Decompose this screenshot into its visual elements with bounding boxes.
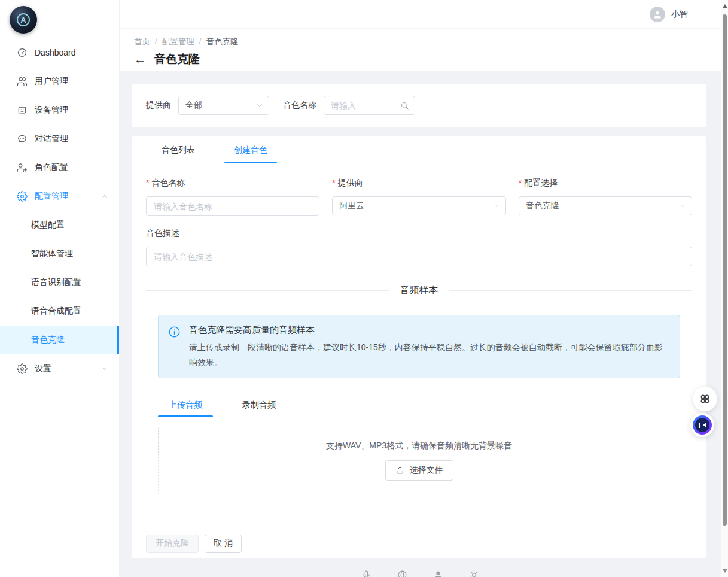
config-select-value: 音色克隆 [526,201,559,211]
voice-clone-card: 音色列表 创建音色 * 音色名称 * 提供商 阿里云 [132,136,706,558]
content-area: 提供商 全部 音色名称 音色列表 创建音色 * 音色名称 [120,71,721,577]
topbar: 小智 [120,0,721,29]
logo-letter: A [17,13,30,26]
person-icon [433,570,443,577]
sidebar-item-voice-clone[interactable]: 音色克隆 [0,326,119,354]
choose-file-label: 选择文件 [410,465,443,476]
footer-icons [120,570,721,577]
submenu-label: 模型配置 [31,220,65,230]
chevron-down-icon [255,101,264,110]
submenu-label: 语音识别配置 [31,277,81,288]
chevron-down-icon [492,202,501,210]
tab-voice-list[interactable]: 音色列表 [152,136,205,163]
sidebar-menu: Dashboard 用户管理 设备管理 对话管理 角色配置 [0,38,119,383]
provider-filter-select[interactable]: 全部 [178,96,269,115]
scrollbar-down-arrow[interactable] [723,569,727,573]
sidebar-item-devices[interactable]: 设备管理 [0,96,119,124]
audio-sample-divider: 音频样本 [146,284,692,297]
submenu-label: 语音合成配置 [31,306,81,317]
cancel-button[interactable]: 取 消 [205,535,242,553]
chevron-down-icon [101,365,108,372]
sidebar-item-agent-management[interactable]: 智能体管理 [0,239,119,268]
sidebar-item-dashboard[interactable]: Dashboard [0,38,119,67]
four-dots-icon [699,393,711,405]
chevron-down-icon [678,202,687,210]
provider-select[interactable]: 阿里云 [332,196,505,215]
scrollbar-up-arrow[interactable] [723,4,727,8]
gear-icon [17,191,28,202]
sidebar-item-model-config[interactable]: 模型配置 [0,211,119,239]
sidebar-item-label: 设置 [35,363,51,374]
breadcrumb-separator: / [199,37,202,47]
search-icon[interactable] [400,101,409,110]
users-icon [17,76,28,87]
tab-upload-audio[interactable]: 上传音频 [158,394,213,417]
audio-sample-title: 音频样本 [400,284,438,297]
user-menu[interactable]: 小智 [650,7,688,22]
voice-name-filter-label: 音色名称 [283,100,316,111]
sidebar-item-label: 对话管理 [35,133,68,144]
sidebar-item-config[interactable]: 配置管理 [0,182,119,211]
breadcrumb-config[interactable]: 配置管理 [162,37,194,47]
filter-card: 提供商 全部 音色名称 [132,84,706,127]
microphone-icon [361,570,371,577]
form-actions: 开始克隆 取 消 [146,535,692,553]
sidebar-item-users[interactable]: 用户管理 [0,67,119,96]
submenu-label: 智能体管理 [31,248,73,259]
upload-hint: 支持WAV、MP3格式，请确保音频清晰无背景噪音 [326,441,512,451]
back-arrow-icon[interactable]: ← [134,53,146,65]
voice-name-search-input[interactable] [325,101,400,110]
assistant-robot-button[interactable] [690,413,714,437]
audio-tabs: 上传音频 录制音频 [158,394,680,417]
tab-create-voice[interactable]: 创建音色 [224,136,277,163]
page-header: 首页 / 配置管理 / 音色克隆 ← 音色克隆 [120,29,721,71]
chevron-up-icon [101,193,108,200]
required-mark: * [519,178,522,189]
start-clone-button[interactable]: 开始克隆 [146,535,199,553]
page-title: 音色克隆 [154,51,200,67]
avatar [650,7,665,22]
info-icon [168,326,181,338]
breadcrumb-separator: / [155,37,157,47]
voice-desc-input[interactable] [146,247,692,266]
config-select-label: * 配置选择 [519,178,692,189]
sidebar-item-settings[interactable]: 设置 [0,354,119,383]
sidebar-item-label: Dashboard [35,48,76,57]
widget-grid-button[interactable] [693,387,717,411]
breadcrumb-home[interactable]: 首页 [134,37,150,47]
breadcrumb-current: 音色克隆 [206,37,239,47]
scrollbar-thumb[interactable] [723,14,727,526]
voice-desc-label: 音色描述 [146,228,692,239]
app-logo[interactable]: A [10,6,37,34]
config-submenu: 模型配置 智能体管理 语音识别配置 语音合成配置 音色克隆 [0,211,119,354]
tab-record-audio[interactable]: 录制音频 [232,394,287,417]
config-select[interactable]: 音色克隆 [519,196,692,215]
gear-icon [17,363,28,374]
user-name: 小智 [671,9,688,20]
create-voice-form: * 音色名称 * 提供商 阿里云 * [146,178,692,216]
sidebar-item-conversations[interactable]: 对话管理 [0,124,119,153]
sidebar-item-label: 设备管理 [35,105,68,116]
sidebar-item-tts-config[interactable]: 语音合成配置 [0,297,119,326]
voice-name-input[interactable] [146,196,319,216]
device-icon [17,105,28,116]
upload-dropzone: 支持WAV、MP3格式，请确保音频清晰无背景噪音 选择文件 [158,427,680,494]
info-alert: 音色克隆需要高质量的音频样本 请上传或录制一段清晰的语音样本，建议时长10-15… [158,315,680,378]
globe-icon [397,570,407,577]
sidebar-item-asr-config[interactable]: 语音识别配置 [0,268,119,297]
vertical-scrollbar [721,0,728,577]
chat-bubble-icon [17,133,28,144]
required-mark: * [332,178,335,189]
provider-filter-value: 全部 [185,100,202,111]
sidebar-item-label: 配置管理 [35,191,68,202]
alert-description: 请上传或录制一段清晰的语音样本，建议时长10-15秒，内容保持平稳自然。过长的音… [189,340,668,370]
submenu-label: 音色克隆 [31,335,65,345]
logo-wrap: A [0,0,119,37]
sidebar: A Dashboard 用户管理 设备管理 对话管理 [0,0,120,577]
main-tabs: 音色列表 创建音色 [146,136,692,163]
sidebar-item-roles[interactable]: 角色配置 [0,153,119,182]
provider-label: * 提供商 [332,178,505,189]
gauge-icon [17,47,28,58]
choose-file-button[interactable]: 选择文件 [385,460,453,481]
voice-name-search-box [324,96,415,115]
